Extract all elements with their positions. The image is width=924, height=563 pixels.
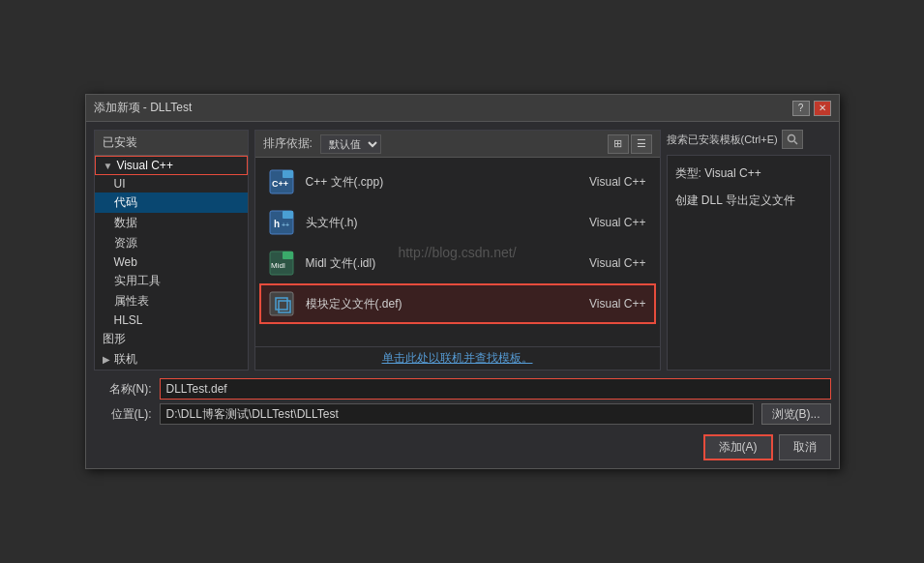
tree-item-visual-cpp[interactable]: ▼ Visual C++: [95, 156, 248, 175]
list-view-button[interactable]: ☰: [631, 134, 652, 154]
tree-item-resource[interactable]: 资源: [95, 233, 248, 253]
add-button[interactable]: 添加(A): [703, 434, 773, 460]
title-bar: 添加新项 - DLLTest ? ✕: [86, 95, 839, 122]
dialog-title: 添加新项 - DLLTest: [94, 100, 193, 116]
tree-item-graphics[interactable]: 图形: [95, 329, 248, 349]
title-bar-controls: ? ✕: [792, 101, 831, 116]
h-file-icon: h + +: [269, 210, 294, 235]
idl-file-name: Midl 文件(.idl): [306, 255, 557, 272]
tree-label-data: 数据: [114, 215, 137, 231]
svg-text:+: +: [285, 222, 289, 228]
cancel-button[interactable]: 取消: [779, 434, 831, 460]
svg-text:C++: C++: [272, 179, 288, 189]
middle-toolbar: 排序依据: 默认值 ⊞ ☰: [255, 131, 660, 158]
cpp-file-icon: C++: [269, 169, 294, 194]
right-info-panel: 类型: Visual C++ 创建 DLL 导出定义文件: [667, 155, 831, 370]
def-file-icon: [269, 291, 294, 316]
search-button[interactable]: [782, 130, 803, 149]
tree-item-tools[interactable]: 实用工具: [95, 271, 248, 291]
cpp-file-name: C++ 文件(.cpp): [306, 174, 557, 191]
top-section: 已安装 ▼ Visual C++ UI 代码 数据: [94, 130, 831, 370]
tree-item-attributes[interactable]: 属性表: [95, 291, 248, 311]
svg-text:h: h: [274, 219, 280, 229]
idl-file-icon: Midl: [269, 251, 294, 276]
add-new-item-dialog: 添加新项 - DLLTest ? ✕ 已安装 ▼ Visual C++ UI: [85, 94, 840, 469]
location-label: 位置(L):: [94, 406, 152, 423]
svg-line-15: [794, 141, 797, 144]
tree-label-ui: UI: [114, 177, 126, 191]
grid-view-button[interactable]: ⊞: [608, 134, 629, 154]
view-buttons: ⊞ ☰: [608, 134, 652, 154]
file-list: http://blog.csdn.net/ C++ C++ 文件(.cpp) V…: [255, 158, 660, 346]
def-file-name: 模块定义文件(.def): [306, 296, 557, 312]
file-item-def[interactable]: 模块定义文件(.def) Visual C++: [259, 283, 656, 324]
search-label: 搜索已安装模板(Ctrl+E): [667, 133, 778, 147]
tree-label-hlsl: HLSL: [114, 313, 143, 327]
h-file-name: 头文件(.h): [306, 215, 557, 231]
svg-point-14: [788, 135, 794, 142]
close-button[interactable]: ✕: [814, 101, 831, 116]
cpp-file-type: Visual C++: [569, 175, 646, 189]
tree-item-data[interactable]: 数据: [95, 213, 248, 233]
left-panel: 已安装 ▼ Visual C++ UI 代码 数据: [94, 130, 249, 370]
installed-header: 已安装: [95, 131, 248, 156]
tree-label-graphics: 图形: [103, 331, 126, 347]
info-type-value: Visual C++: [704, 166, 760, 180]
tree-label-tools: 实用工具: [114, 273, 161, 289]
file-item-idl[interactable]: Midl Midl 文件(.idl) Visual C++: [259, 243, 656, 283]
h-file-type: Visual C++: [569, 216, 646, 229]
svg-rect-4: [283, 211, 293, 219]
idl-file-type: Visual C++: [569, 256, 646, 270]
info-desc: 创建 DLL 导出定义文件: [675, 191, 822, 212]
location-row: 位置(L): 浏览(B)...: [94, 403, 831, 425]
tree-label-network: 联机: [114, 351, 137, 368]
svg-rect-9: [283, 252, 293, 259]
file-item-cpp[interactable]: C++ C++ 文件(.cpp) Visual C++: [259, 162, 656, 202]
file-item-h[interactable]: h + + 头文件(.h) Visual C++: [259, 202, 656, 243]
tree-item-code[interactable]: 代码: [95, 193, 248, 213]
bottom-form: 名称(N): 位置(L): 浏览(B)... 添加(A) 取消: [94, 378, 831, 460]
network-arrow: ▶: [103, 354, 110, 365]
svg-text:Midl: Midl: [271, 261, 285, 270]
info-type-row: 类型: Visual C++: [675, 163, 822, 185]
tree-label-resource: 资源: [114, 235, 137, 252]
tree-item-hlsl[interactable]: HLSL: [95, 311, 248, 329]
browse-button[interactable]: 浏览(B)...: [761, 403, 831, 425]
sort-label: 排序依据:: [263, 135, 313, 152]
dialog-body: 已安装 ▼ Visual C++ UI 代码 数据: [86, 122, 839, 468]
tree-item-ui[interactable]: UI: [95, 175, 248, 193]
info-type-label: 类型:: [675, 166, 701, 180]
name-label: 名称(N):: [94, 381, 152, 398]
sort-combo[interactable]: 默认值: [320, 134, 381, 154]
name-row: 名称(N):: [94, 378, 831, 400]
middle-panel: 排序依据: 默认值 ⊞ ☰ http://blog.csdn.net/: [254, 130, 661, 370]
def-file-type: Visual C++: [569, 297, 646, 311]
tree-item-network[interactable]: ▶ 联机: [95, 349, 248, 370]
svg-rect-1: [283, 170, 293, 178]
location-input[interactable]: [160, 403, 754, 425]
search-section: 搜索已安装模板(Ctrl+E): [667, 130, 831, 149]
online-link-text[interactable]: 单击此处以联机并查找模板。: [382, 350, 533, 367]
tree-label-visual-cpp: Visual C++: [116, 159, 172, 172]
tree-label-attributes: 属性表: [114, 293, 149, 310]
tree-label-code: 代码: [114, 194, 137, 211]
bottom-buttons: 添加(A) 取消: [94, 434, 831, 460]
tree-label-web: Web: [114, 255, 137, 269]
right-panel: 搜索已安装模板(Ctrl+E) 类型: Visual C++ 创建 DLL 导出…: [667, 130, 831, 370]
online-link[interactable]: 单击此处以联机并查找模板。: [255, 346, 660, 370]
tree-item-web[interactable]: Web: [95, 253, 248, 271]
help-button[interactable]: ?: [792, 101, 810, 116]
expand-arrow: ▼: [104, 161, 113, 171]
name-input[interactable]: [160, 378, 831, 400]
